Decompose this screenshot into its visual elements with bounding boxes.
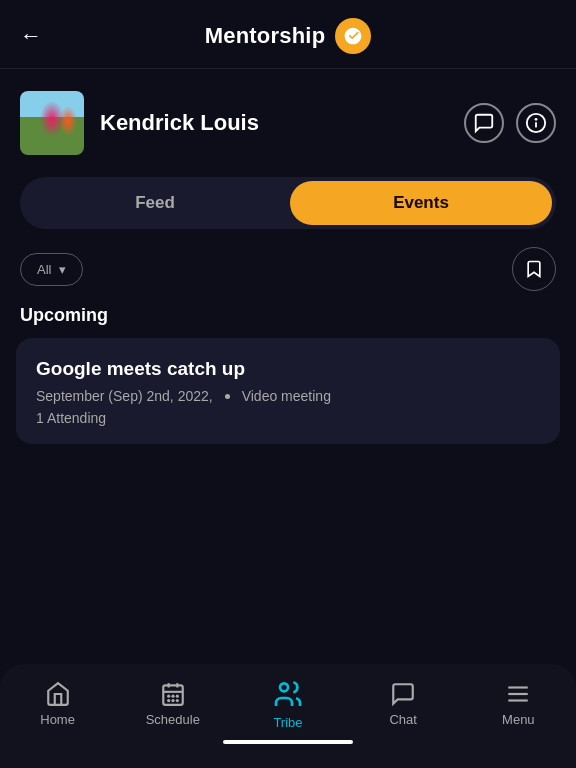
message-button[interactable] bbox=[464, 103, 504, 143]
menu-icon bbox=[505, 681, 531, 707]
bookmark-button[interactable] bbox=[512, 247, 556, 291]
chat-icon bbox=[390, 681, 416, 707]
nav-item-menu[interactable]: Menu bbox=[483, 681, 553, 727]
home-icon bbox=[45, 681, 71, 707]
section-upcoming: Upcoming bbox=[0, 305, 576, 338]
message-icon bbox=[473, 112, 495, 134]
filter-row: All ▾ bbox=[0, 247, 576, 305]
event-title: Google meets catch up bbox=[36, 358, 540, 380]
svg-point-13 bbox=[280, 683, 288, 691]
profile-actions bbox=[464, 103, 556, 143]
tab-feed[interactable]: Feed bbox=[24, 181, 286, 225]
avatar bbox=[20, 91, 84, 155]
nav-item-home[interactable]: Home bbox=[23, 681, 93, 727]
nav-items: Home Schedule bbox=[0, 678, 576, 730]
tribe-icon bbox=[272, 678, 304, 710]
filter-selected: All bbox=[37, 262, 51, 277]
tab-events[interactable]: Events bbox=[290, 181, 552, 225]
profile-row: Kendrick Louis bbox=[0, 69, 576, 171]
event-attending: 1 Attending bbox=[36, 410, 540, 426]
back-button[interactable]: ← bbox=[20, 23, 42, 49]
nav-label-home: Home bbox=[40, 712, 75, 727]
tab-switcher: Feed Events bbox=[20, 177, 556, 229]
profile-name: Kendrick Louis bbox=[100, 110, 464, 136]
nav-item-schedule[interactable]: Schedule bbox=[138, 681, 208, 727]
nav-label-menu: Menu bbox=[502, 712, 535, 727]
event-date: September (Sep) 2nd, 2022, bbox=[36, 388, 213, 404]
info-icon bbox=[525, 112, 547, 134]
info-button[interactable] bbox=[516, 103, 556, 143]
home-indicator bbox=[223, 740, 353, 744]
chevron-down-icon: ▾ bbox=[59, 262, 66, 277]
schedule-icon bbox=[160, 681, 186, 707]
bottom-nav: Home Schedule bbox=[0, 664, 576, 768]
nav-item-tribe[interactable]: Tribe bbox=[253, 678, 323, 730]
nav-label-schedule: Schedule bbox=[146, 712, 200, 727]
header-badge[interactable] bbox=[335, 18, 371, 54]
nav-item-chat[interactable]: Chat bbox=[368, 681, 438, 727]
nav-label-chat: Chat bbox=[389, 712, 416, 727]
separator-dot bbox=[225, 394, 230, 399]
event-card[interactable]: Google meets catch up September (Sep) 2n… bbox=[16, 338, 560, 444]
filter-dropdown[interactable]: All ▾ bbox=[20, 253, 83, 286]
event-type: Video meeting bbox=[242, 388, 331, 404]
nav-label-tribe: Tribe bbox=[273, 715, 302, 730]
bookmark-icon bbox=[524, 258, 544, 280]
event-meta: September (Sep) 2nd, 2022, Video meeting bbox=[36, 388, 540, 404]
page-title: Mentorship bbox=[205, 23, 326, 49]
notification-icon bbox=[343, 26, 363, 46]
header: ← Mentorship bbox=[0, 0, 576, 69]
